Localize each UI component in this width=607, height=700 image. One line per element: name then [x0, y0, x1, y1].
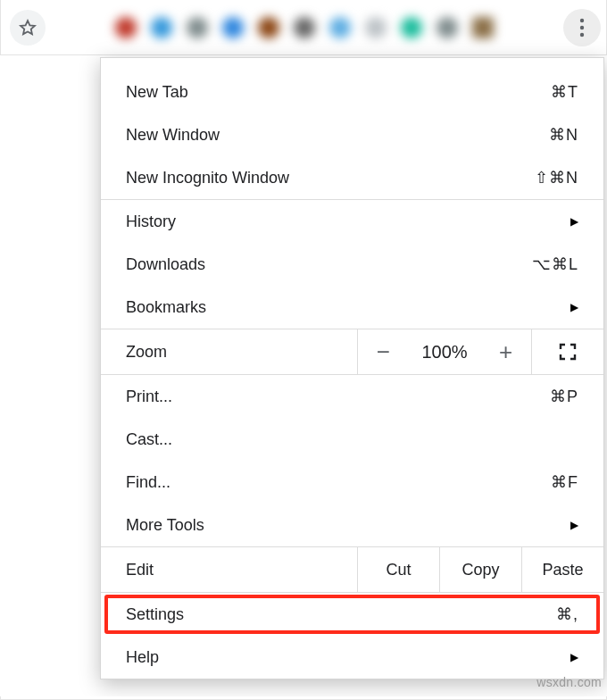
svg-point-2 — [580, 32, 584, 36]
menu-item-edit: Edit Cut Copy Paste — [101, 546, 603, 593]
menu-label: New Window — [126, 126, 220, 145]
fullscreen-button[interactable] — [532, 329, 603, 374]
menu-item-settings[interactable]: Settings ⌘, — [101, 593, 603, 636]
watermark: wsxdn.com — [536, 675, 602, 689]
menu-item-new-window[interactable]: New Window ⌘N — [101, 113, 603, 156]
star-icon — [18, 18, 37, 38]
menu-label: Cast... — [126, 430, 172, 449]
menu-item-print[interactable]: Print... ⌘P — [101, 375, 603, 418]
copy-button[interactable]: Copy — [439, 547, 521, 592]
zoom-level: 100% — [421, 342, 467, 362]
extensions-strip — [54, 17, 554, 38]
menu-item-find[interactable]: Find... ⌘F — [101, 461, 603, 504]
zoom-label: Zoom — [126, 343, 167, 362]
menu-shortcut: ⌘, — [556, 604, 578, 624]
chrome-main-menu: New Tab ⌘T New Window ⌘N New Incognito W… — [100, 57, 604, 679]
kebab-icon — [579, 18, 585, 38]
svg-point-0 — [580, 18, 584, 21]
paste-button[interactable]: Paste — [521, 547, 603, 592]
menu-item-zoom: Zoom − 100% + — [101, 329, 603, 375]
chevron-right-icon: ▶ — [570, 651, 578, 663]
menu-shortcut: ⌘T — [551, 82, 578, 102]
menu-item-incognito[interactable]: New Incognito Window ⇧⌘N — [101, 156, 603, 199]
chrome-menu-button[interactable] — [563, 9, 601, 46]
menu-label: New Tab — [126, 83, 188, 102]
menu-label: Find... — [126, 473, 170, 492]
zoom-in-button[interactable]: + — [494, 338, 518, 366]
menu-label: Downloads — [126, 255, 205, 274]
fullscreen-icon — [559, 343, 577, 361]
chevron-right-icon: ▶ — [570, 301, 578, 313]
menu-label: New Incognito Window — [126, 169, 289, 188]
menu-label: Bookmarks — [126, 298, 206, 317]
menu-shortcut: ⌘P — [550, 387, 578, 406]
menu-item-bookmarks[interactable]: Bookmarks ▶ — [101, 286, 603, 329]
chevron-right-icon: ▶ — [570, 215, 578, 228]
menu-shortcut: ⌥⌘L — [532, 254, 578, 274]
menu-label: Settings — [126, 605, 184, 624]
menu-label: Help — [126, 648, 159, 667]
browser-toolbar — [0, 0, 607, 55]
edit-label: Edit — [126, 561, 154, 579]
menu-shortcut: ⇧⌘N — [535, 168, 578, 188]
zoom-out-button[interactable]: − — [371, 338, 395, 366]
menu-item-downloads[interactable]: Downloads ⌥⌘L — [101, 243, 603, 286]
menu-label: More Tools — [126, 516, 204, 535]
menu-item-more-tools[interactable]: More Tools ▶ — [101, 504, 603, 546]
menu-item-cast[interactable]: Cast... — [101, 418, 603, 461]
chevron-right-icon: ▶ — [570, 519, 578, 531]
menu-shortcut: ⌘F — [551, 472, 578, 492]
menu-shortcut: ⌘N — [549, 125, 578, 145]
menu-label: Print... — [126, 388, 172, 406]
svg-point-1 — [580, 25, 584, 29]
menu-item-history[interactable]: History ▶ — [101, 200, 603, 243]
bottom-border — [0, 696, 607, 700]
menu-label: History — [126, 212, 176, 231]
bookmark-star-button[interactable] — [10, 10, 46, 46]
menu-item-help[interactable]: Help ▶ — [101, 636, 603, 679]
menu-item-new-tab[interactable]: New Tab ⌘T — [101, 71, 603, 113]
cut-button[interactable]: Cut — [357, 547, 439, 592]
